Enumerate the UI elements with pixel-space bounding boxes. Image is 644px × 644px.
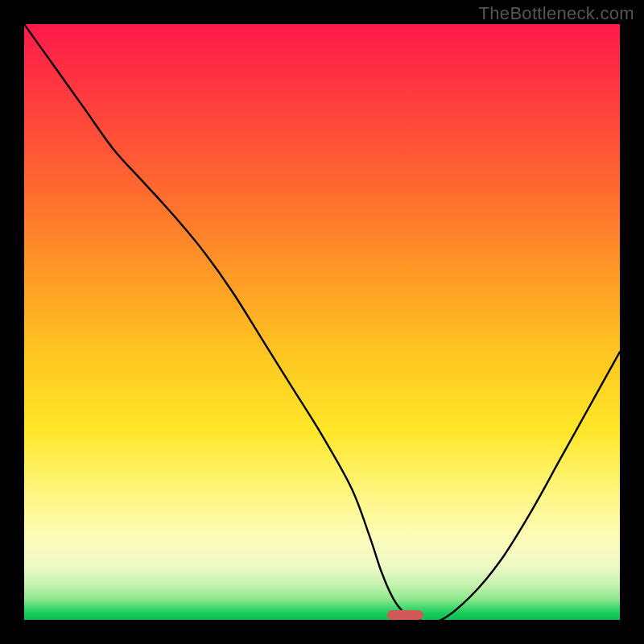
watermark-label: TheBottleneck.com — [479, 3, 634, 24]
chart-frame: TheBottleneck.com — [0, 0, 644, 644]
optimal-zone-marker — [387, 610, 423, 620]
plot-area — [24, 24, 620, 620]
bottleneck-curve — [24, 24, 620, 620]
